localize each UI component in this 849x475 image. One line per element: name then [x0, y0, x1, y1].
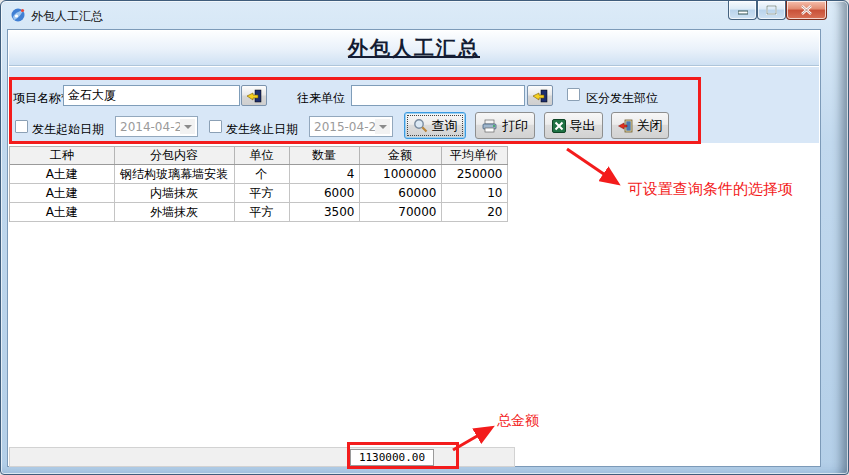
table-row[interactable]: A土建 外墙抹灰 平方 3500 70000 20 — [10, 203, 507, 222]
vendor-lookup-button[interactable] — [527, 85, 553, 106]
project-lookup-button[interactable] — [241, 85, 267, 106]
chevron-down-icon — [375, 119, 390, 134]
start-date-select[interactable]: 2014-04-23 — [115, 116, 198, 137]
col-header-unit[interactable]: 单位 — [234, 147, 289, 165]
results-table: 工种 分包内容 单位 数量 金额 平均单价 A土建 钢结构玻璃幕墙安装 个 4 … — [9, 146, 508, 222]
excel-icon — [552, 119, 566, 133]
cell-amount: 1000000 — [359, 165, 441, 184]
cell-content: 钢结构玻璃幕墙安装 — [114, 165, 234, 184]
cell-quantity: 6000 — [289, 184, 359, 203]
project-name-input[interactable] — [63, 85, 240, 106]
table-header-row: 工种 分包内容 单位 数量 金额 平均单价 — [10, 147, 507, 165]
window-title: 外包人工汇总 — [31, 8, 103, 25]
pointing-hand-icon — [532, 89, 548, 103]
distinguish-location-checkbox[interactable] — [567, 88, 580, 101]
cell-worktype: A土建 — [10, 203, 114, 222]
chevron-down-icon — [180, 119, 195, 134]
cell-unit: 个 — [234, 165, 289, 184]
vendor-input[interactable] — [351, 85, 525, 106]
total-amount-value: 1130000.00 — [350, 449, 434, 466]
col-header-avgprice[interactable]: 平均单价 — [441, 147, 507, 165]
cell-amount: 70000 — [359, 203, 441, 222]
cell-worktype: A土建 — [10, 184, 114, 203]
col-header-content[interactable]: 分包内容 — [114, 147, 234, 165]
start-date-label: 发生起始日期 — [32, 121, 104, 138]
page-header: 外包人工汇总 — [9, 31, 819, 66]
project-name-label: 项目名称* — [13, 90, 67, 107]
maximize-icon — [766, 5, 777, 15]
close-button[interactable] — [786, 1, 827, 20]
end-date-checkbox[interactable] — [209, 120, 222, 133]
print-button-label: 打印 — [502, 117, 528, 135]
cell-avgprice: 20 — [441, 203, 507, 222]
end-date-value: 2015-04-23 — [314, 120, 384, 134]
printer-icon — [482, 119, 498, 133]
start-date-checkbox[interactable] — [15, 120, 28, 133]
query-button-label: 查询 — [432, 117, 458, 135]
cell-amount: 60000 — [359, 184, 441, 203]
page-title: 外包人工汇总 — [348, 35, 480, 62]
col-header-quantity[interactable]: 数量 — [289, 147, 359, 165]
table-row[interactable]: A土建 钢结构玻璃幕墙安装 个 4 1000000 250000 — [10, 165, 507, 184]
col-header-worktype[interactable]: 工种 — [10, 147, 114, 165]
print-button[interactable]: 打印 — [475, 112, 535, 139]
distinguish-location-label: 区分发生部位 — [586, 90, 658, 107]
vendor-label: 往来单位 — [297, 90, 345, 107]
minimize-icon — [738, 6, 748, 15]
export-button[interactable]: 导出 — [544, 112, 603, 139]
table-row[interactable]: A土建 内墙抹灰 平方 6000 60000 10 — [10, 184, 507, 203]
cell-content: 内墙抹灰 — [114, 184, 234, 203]
close-form-button-label: 关闭 — [637, 117, 663, 135]
cell-unit: 平方 — [234, 203, 289, 222]
cell-quantity: 3500 — [289, 203, 359, 222]
end-date-select[interactable]: 2015-04-23 — [309, 116, 393, 137]
cell-avgprice: 10 — [441, 184, 507, 203]
app-logo-icon — [10, 7, 26, 23]
exit-door-icon — [618, 119, 633, 133]
app-window: 外包人工汇总 外包人工汇总 — [0, 0, 849, 475]
export-button-label: 导出 — [570, 117, 596, 135]
magnifier-icon — [413, 118, 428, 133]
pointing-hand-icon — [246, 89, 262, 103]
minimize-button[interactable] — [728, 1, 757, 20]
maximize-button[interactable] — [757, 1, 786, 20]
cell-avgprice: 250000 — [441, 165, 507, 184]
col-header-amount[interactable]: 金额 — [359, 147, 441, 165]
end-date-label: 发生终止日期 — [226, 121, 298, 138]
close-form-button[interactable]: 关闭 — [611, 112, 669, 139]
title-bar[interactable]: 外包人工汇总 — [1, 1, 848, 29]
summary-footer — [9, 447, 515, 467]
cell-worktype: A土建 — [10, 165, 114, 184]
cell-quantity: 4 — [289, 165, 359, 184]
cell-content: 外墙抹灰 — [114, 203, 234, 222]
query-button[interactable]: 查询 — [404, 112, 466, 139]
close-icon — [801, 5, 812, 15]
cell-unit: 平方 — [234, 184, 289, 203]
